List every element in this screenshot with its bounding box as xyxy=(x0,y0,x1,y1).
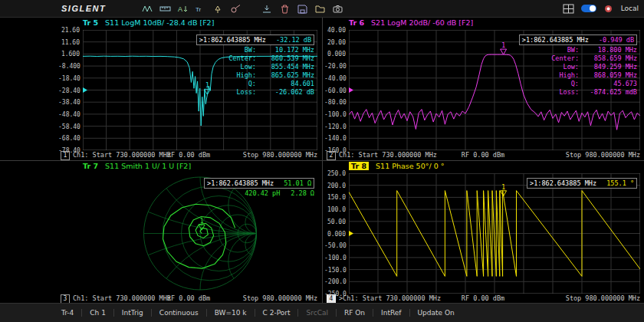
svg-text:1: 1 xyxy=(501,184,505,191)
y-axis-label: -28.40 xyxy=(58,87,80,94)
local-button[interactable]: Local xyxy=(621,5,639,12)
stat-row: Loss:-874.625 mdB xyxy=(519,88,637,97)
channel-footer: 1 Ch1: Start 730.000000 MHz RF 0.00 dBm … xyxy=(60,151,317,160)
trace-title: Tr 8 S11 Phase 50°/ 0 ° xyxy=(349,162,444,170)
touch-icon[interactable] xyxy=(603,3,615,15)
trace-title: Tr 6 S21 LogM 20dB/ -60 dB [F2] xyxy=(349,18,473,27)
probe-icon[interactable] xyxy=(229,3,242,15)
start-frequency: Ch1: Start 730.000000 MHz xyxy=(73,151,171,159)
y-axis-label: -100.0 xyxy=(324,255,346,261)
stat-row: Center:858.659 MHz xyxy=(519,54,637,63)
status-bar: Tr-4Ch 1IntTrigContinuousBW=10 kC 2-Port… xyxy=(0,303,644,322)
svg-text:A: A xyxy=(178,5,182,13)
trace-icon[interactable]: Tr xyxy=(194,3,206,15)
marker-readout: >1:862.643885 MHz 51.01 Ω 420.42 pH2.28 … xyxy=(204,174,314,197)
display-area: Tr 5 S11 LogM 10dB/ -28.4 dB [F2] 1 >1:8… xyxy=(0,18,644,304)
stat-row: Q:84.601 xyxy=(196,80,314,88)
stop-frequency: Stop 980.000000 MHz xyxy=(243,294,317,302)
y-axis-label: 1.600 xyxy=(58,51,80,58)
y-axis-label: -60.00 xyxy=(324,87,346,94)
trace-name[interactable]: Tr 6 xyxy=(349,18,364,27)
phase-plot: 1 xyxy=(349,173,640,294)
y-axis-label: -20.00 xyxy=(324,63,346,70)
autoscale-icon[interactable]: A xyxy=(176,3,189,15)
status-item-continuous[interactable]: Continuous xyxy=(152,309,207,317)
stat-row: Loss:-26.062 dB xyxy=(196,88,314,97)
trace-desc: S21 LogM 20dB/ -60 dB [F2] xyxy=(371,18,473,27)
y-axis-label: 21.60 xyxy=(58,27,80,34)
trace-name[interactable]: Tr 8 xyxy=(349,162,369,170)
toggle-knob xyxy=(590,5,596,12)
y-axis-label: -80.00 xyxy=(324,99,346,106)
ruler-icon[interactable] xyxy=(159,3,171,15)
trace-desc: S11 Smith 1 U/ 1 U [F2] xyxy=(105,162,191,170)
marker-extra: 420.42 pH2.28 Ω xyxy=(204,189,314,197)
y-axis-label: -200.0 xyxy=(324,278,346,285)
bandwidth-stats: BW:18.800 MHzCenter:858.659 MHzLow:849.2… xyxy=(519,46,637,97)
trace-name[interactable]: Tr 5 xyxy=(83,18,98,27)
trace-name[interactable]: Tr 7 xyxy=(83,162,98,170)
marker-box: >1:862.643885 MHz 155.1 ° xyxy=(527,178,637,189)
quadrant-1[interactable]: Tr 5 S11 LogM 10dB/ -28.4 dB [F2] 1 >1:8… xyxy=(0,18,322,160)
y-axis-label: -48.40 xyxy=(58,111,80,118)
start-frequency: >Ch1: Start 730.000000 MHz xyxy=(339,294,441,302)
svg-text:1: 1 xyxy=(501,42,505,49)
trace-desc: S11 LogM 10dB/ -28.4 dB [F2] xyxy=(105,18,214,27)
folder-icon[interactable] xyxy=(314,3,326,15)
status-item-bw-10-k[interactable]: BW=10 k xyxy=(207,309,255,317)
stat-row: High:865.625 MHz xyxy=(196,71,314,80)
download-icon[interactable] xyxy=(261,3,273,15)
toggle-switch[interactable] xyxy=(581,5,596,12)
layout-icon[interactable] xyxy=(563,3,575,15)
marker-frequency: >1:862.643885 MHz xyxy=(199,36,266,44)
svg-text:Tr: Tr xyxy=(196,6,202,13)
rf-power: RF 0.00 dBm xyxy=(167,294,210,302)
rf-power: RF 0.00 dBm xyxy=(462,151,504,159)
y-axis-label: -78.40 xyxy=(58,147,80,154)
trash-icon[interactable] xyxy=(278,3,291,15)
marker-value: -32.12 dB xyxy=(276,36,311,44)
stat-row: Center:860.539 MHz xyxy=(196,54,314,63)
status-item-srccal[interactable]: SrcCal xyxy=(298,309,336,317)
status-item-update-on[interactable]: Update On xyxy=(410,309,462,317)
save-icon[interactable] xyxy=(296,3,308,15)
marker-box: >1:862.643885 MHz -0.949 dB xyxy=(519,34,637,45)
status-item-c-2-port[interactable]: C 2-Port xyxy=(255,309,299,317)
stat-row: High:868.059 MHz xyxy=(519,71,637,80)
quadrant-4[interactable]: Tr 8 S11 Phase 50°/ 0 ° 1 >1:862.643885 … xyxy=(323,161,644,304)
y-axis-label: 250.0 xyxy=(324,170,346,177)
status-item-rf-on[interactable]: RF On xyxy=(337,309,373,317)
toolbar-icons: ATr xyxy=(141,3,343,15)
y-axis-label: 11.60 xyxy=(58,39,80,46)
y-axis-label: 50.00 xyxy=(324,219,346,225)
quadrant-2[interactable]: Tr 6 S21 LogM 20dB/ -60 dB [F2] 1 >1:862… xyxy=(323,18,644,160)
vna-screen: { "brand": "SIGLENT", "toolbar": { "left… xyxy=(0,0,644,322)
marker-icon[interactable] xyxy=(212,3,224,15)
y-axis-label: -140.0 xyxy=(324,135,346,142)
camera-icon[interactable] xyxy=(331,3,343,15)
marker-value: -0.949 dB xyxy=(599,36,634,44)
y-axis-label: 40.00 xyxy=(324,27,346,34)
siglent-logo: SIGLENT xyxy=(61,4,106,13)
marker-frequency: >1:862.643885 MHz xyxy=(207,179,274,187)
y-axis-label: -68.40 xyxy=(58,135,80,142)
y-axis-label: -250.0 xyxy=(324,291,346,297)
quadrant-3[interactable]: Tr 7 S11 Smith 1 U/ 1 U [F2] 1 >1:862.64… xyxy=(0,161,322,304)
marker-box: >1:862.643885 MHz -32.12 dB xyxy=(196,34,314,45)
marker-value: 155.1 ° xyxy=(606,179,634,187)
stat-row: BW:10.172 MHz xyxy=(196,46,314,54)
stat-row: Q:45.673 xyxy=(519,80,637,88)
marker-extra-value: 2.28 Ω xyxy=(291,189,314,197)
y-axis-label: 200.0 xyxy=(324,182,346,189)
marker-frequency: >1:862.643885 MHz xyxy=(530,179,596,187)
y-axis-label: -120.0 xyxy=(324,123,346,130)
graph-area[interactable]: 1 xyxy=(349,173,640,294)
trace-title: Tr 7 S11 Smith 1 U/ 1 U [F2] xyxy=(83,162,191,170)
toolbar-right: Local xyxy=(563,3,639,15)
status-item-intref[interactable]: IntRef xyxy=(373,309,409,317)
status-item-ch-1[interactable]: Ch 1 xyxy=(82,309,114,317)
status-item-tr-4[interactable]: Tr-4 xyxy=(61,309,82,317)
waveform-icon[interactable] xyxy=(141,3,153,15)
status-item-inttrig[interactable]: IntTrig xyxy=(114,309,152,317)
start-frequency: Ch1: Start 730.000000 MHz xyxy=(339,151,437,159)
